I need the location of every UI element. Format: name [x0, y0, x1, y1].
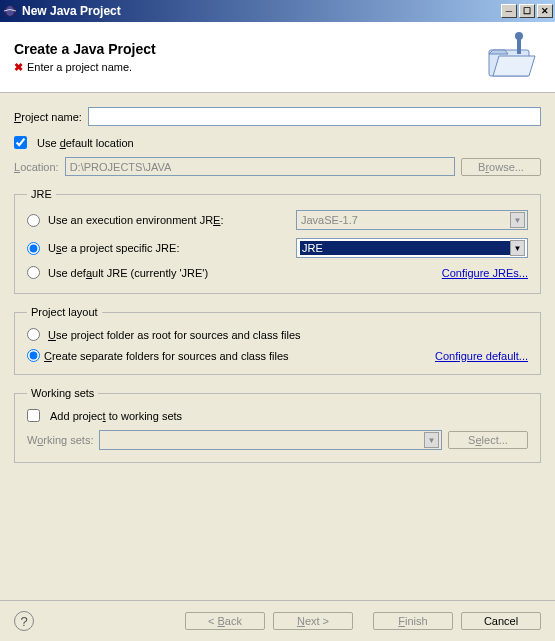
- separate-folders-radio[interactable]: [27, 349, 40, 362]
- chevron-down-icon: ▼: [510, 212, 525, 228]
- separate-folders-label: Create separate folders for sources and …: [44, 350, 431, 362]
- next-button: Next >: [273, 612, 353, 630]
- maximize-button[interactable]: ☐: [519, 4, 535, 18]
- project-layout-group: Project layout Use project folder as roo…: [14, 306, 541, 375]
- wizard-header: Create a Java Project ✖ Enter a project …: [0, 22, 555, 93]
- help-icon[interactable]: ?: [14, 611, 34, 631]
- add-to-working-sets-checkbox[interactable]: [27, 409, 40, 422]
- location-label: Location:: [14, 161, 59, 173]
- project-layout-legend: Project layout: [27, 306, 102, 318]
- root-folder-label: Use project folder as root for sources a…: [48, 329, 528, 341]
- eclipse-icon: [2, 3, 18, 19]
- minimize-button[interactable]: ─: [501, 4, 517, 18]
- configure-jres-link[interactable]: Configure JREs...: [442, 267, 528, 279]
- location-input: [65, 157, 455, 176]
- svg-point-1: [6, 6, 14, 16]
- root-folder-radio[interactable]: [27, 328, 40, 341]
- project-specific-combo[interactable]: JRE ▼: [296, 238, 528, 258]
- project-name-label: Project name:: [14, 111, 82, 123]
- chevron-down-icon: ▼: [424, 432, 439, 448]
- back-button: < Back: [185, 612, 265, 630]
- default-jre-radio[interactable]: [27, 266, 40, 279]
- chevron-down-icon[interactable]: ▼: [510, 240, 525, 256]
- project-specific-label: Use a project specific JRE:: [48, 242, 292, 254]
- exec-env-radio[interactable]: [27, 214, 40, 227]
- finish-button: Finish: [373, 612, 453, 630]
- project-name-input[interactable]: [88, 107, 541, 126]
- browse-button: Browse...: [461, 158, 541, 176]
- default-jre-label: Use default JRE (currently 'JRE'): [48, 267, 438, 279]
- cancel-button[interactable]: Cancel: [461, 612, 541, 630]
- jre-legend: JRE: [27, 188, 56, 200]
- add-to-working-sets-label: Add project to working sets: [50, 410, 182, 422]
- use-default-location-checkbox[interactable]: [14, 136, 27, 149]
- page-subtitle: Enter a project name.: [27, 61, 132, 73]
- configure-default-link[interactable]: Configure default...: [435, 350, 528, 362]
- page-title: Create a Java Project: [14, 41, 481, 57]
- error-icon: ✖: [14, 61, 23, 74]
- working-sets-group: Working sets Add project to working sets…: [14, 387, 541, 463]
- select-working-sets-button: Select...: [448, 431, 528, 449]
- svg-point-4: [515, 32, 523, 40]
- working-sets-combo: ▼: [99, 430, 442, 450]
- use-default-location-label: Use default location: [37, 137, 134, 149]
- project-specific-radio[interactable]: [27, 242, 40, 255]
- wizard-banner-icon: [481, 32, 541, 82]
- wizard-content: Project name: Use default location Locat…: [0, 93, 555, 477]
- working-sets-legend: Working sets: [27, 387, 98, 399]
- working-sets-label: Working sets:: [27, 434, 93, 446]
- exec-env-label: Use an execution environment JRE:: [48, 214, 292, 226]
- close-button[interactable]: ✕: [537, 4, 553, 18]
- window-title: New Java Project: [22, 4, 499, 18]
- jre-group: JRE Use an execution environment JRE: Ja…: [14, 188, 541, 294]
- titlebar[interactable]: New Java Project ─ ☐ ✕: [0, 0, 555, 22]
- exec-env-combo: JavaSE-1.7 ▼: [296, 210, 528, 230]
- wizard-footer: ? < Back Next > Finish Cancel: [0, 600, 555, 641]
